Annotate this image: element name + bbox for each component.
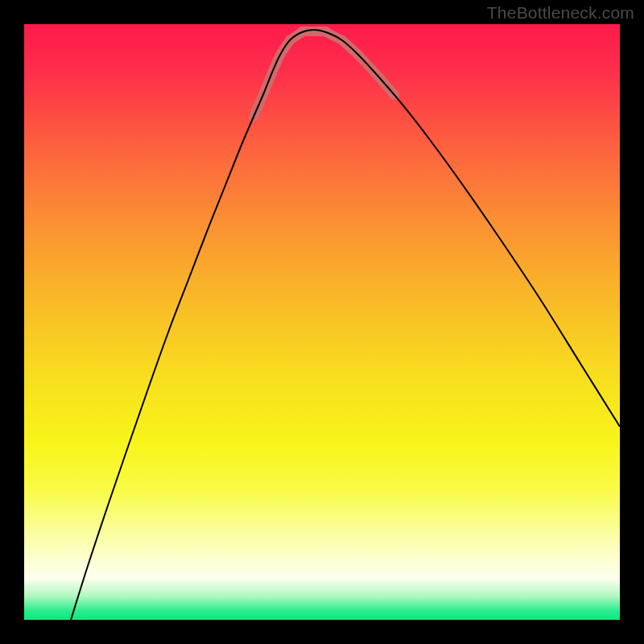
- bottleneck-curve: [71, 30, 620, 620]
- flat-zone-marks: [254, 31, 394, 117]
- chart-frame: TheBottleneck.com: [0, 0, 644, 644]
- curve-layer: [24, 24, 620, 620]
- plot-area: [24, 24, 620, 620]
- watermark-text: TheBottleneck.com: [487, 3, 634, 23]
